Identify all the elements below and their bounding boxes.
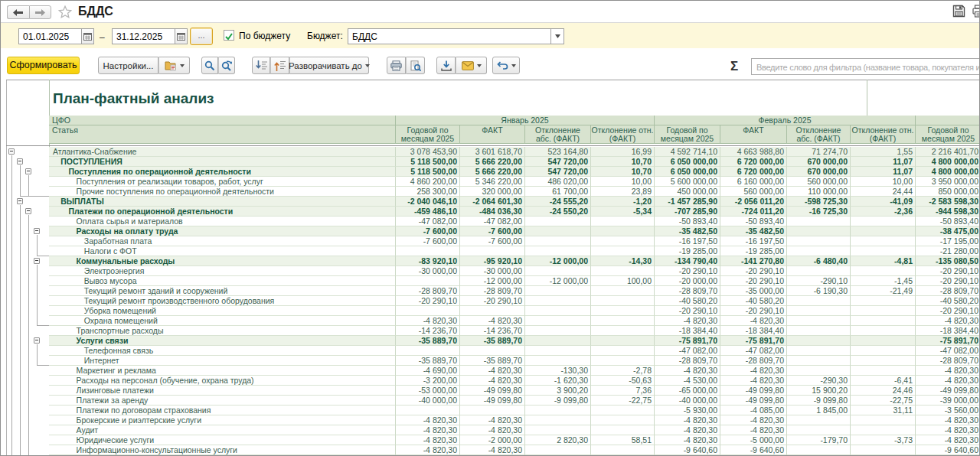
row-label: Аудит xyxy=(49,425,396,435)
by-budget-checkbox[interactable] xyxy=(224,30,234,41)
row-value: -20 290,10 xyxy=(655,266,720,276)
tree-collapse-button[interactable] xyxy=(34,258,40,264)
table-row[interactable]: Поступления от реализации товаров, работ… xyxy=(49,177,980,187)
tree-collapse-button[interactable] xyxy=(34,228,40,234)
row-value: -4 820,30 xyxy=(460,445,525,455)
row-value: -49 099,80 xyxy=(460,386,525,396)
row-value: -9 099,80 xyxy=(525,396,591,406)
row-value xyxy=(525,346,591,356)
report-variants-button[interactable] xyxy=(158,57,190,74)
caret-down-icon xyxy=(180,64,185,67)
expand-groups-button[interactable] xyxy=(270,57,289,74)
table-row[interactable]: Поступления по операционной деятельности… xyxy=(49,167,980,177)
table-row[interactable]: Услуги связи-35 889,70-35 889,70-75 891,… xyxy=(49,336,980,346)
settings-button[interactable]: Настройки... xyxy=(98,57,158,74)
row-value: -4 820,30 xyxy=(460,425,525,435)
table-row[interactable]: Прочие поступления по операционной деяте… xyxy=(49,187,980,197)
row-value: -4 820,30 xyxy=(916,316,980,326)
row-value: -290,10 xyxy=(787,276,851,286)
table-row[interactable]: Информационно-консультационные услуги-4 … xyxy=(49,445,980,455)
table-row[interactable]: Текущий ремонт производственного оборудо… xyxy=(49,296,980,306)
tree-collapse-button[interactable] xyxy=(34,337,40,344)
print-icon[interactable] xyxy=(972,5,980,18)
tree-collapse-button[interactable] xyxy=(25,168,31,174)
table-row[interactable]: Платежи по операционной деятельности-459… xyxy=(49,207,980,217)
back-button[interactable] xyxy=(7,5,29,19)
generate-button[interactable]: Сформировать xyxy=(7,57,80,74)
tree-collapse-button[interactable] xyxy=(25,208,31,214)
search-next-button[interactable] xyxy=(218,57,235,74)
row-value xyxy=(525,306,591,316)
date-from-value[interactable]: 01.01.2025 xyxy=(19,29,81,44)
table-row[interactable]: Юридические услуги-4 820,30-2 000,002 82… xyxy=(49,435,980,445)
row-value: 7,36 xyxy=(591,386,655,396)
row-value xyxy=(525,445,591,455)
save-icon[interactable] xyxy=(952,5,965,18)
filter-input[interactable]: Введите слово для фильтра (название това… xyxy=(751,58,980,75)
table-row[interactable]: Охрана помещений-4 820,30-4 820,30-4 820… xyxy=(49,316,980,326)
forward-button[interactable] xyxy=(29,5,52,19)
row-value: -4 820,30 xyxy=(720,376,787,386)
table-row[interactable]: ПОСТУПЛЕНИЯ5 118 500,005 666 220,00547 7… xyxy=(49,157,980,167)
budget-value[interactable]: БДДС xyxy=(348,29,550,44)
table-row[interactable]: Оплата сырья и материалов-47 082,00-47 0… xyxy=(49,217,980,226)
date-to-calendar-button[interactable] xyxy=(175,29,187,44)
table-row[interactable]: Текущий ремонт зданий и сооружений-28 80… xyxy=(49,286,980,296)
table-row[interactable]: Интернет-35 889,70-35 889,70-28 809,70-2… xyxy=(49,356,980,366)
table-row[interactable]: Лизинговые платежи-53 000,00-49 099,803 … xyxy=(49,386,980,396)
print-button[interactable] xyxy=(387,57,406,74)
row-value: 670 000,00 xyxy=(787,167,851,177)
row-value: -19 285,00 xyxy=(720,246,787,256)
table-row[interactable]: Атлантика-Снабжение3 078 453,903 601 618… xyxy=(49,147,980,157)
by-budget-label[interactable]: По бюджету xyxy=(239,31,290,41)
table-row[interactable]: Расходы на оплату труда-7 600,00-7 600,0… xyxy=(49,226,980,236)
table-row[interactable]: ВЫПЛАТЫ-2 040 046,10-2 064 601,30-24 555… xyxy=(49,197,980,207)
table-row[interactable]: Вывоз мусора-12 000,00-12 000,00100,00-2… xyxy=(49,276,980,286)
row-value: -4 820,30 xyxy=(655,415,720,425)
row-value xyxy=(591,306,655,316)
row-value xyxy=(591,356,655,366)
row-value: -12 000,00 xyxy=(460,276,525,286)
send-mail-button[interactable] xyxy=(456,57,487,74)
table-row[interactable]: Коммунальные расходы-83 920,10-95 920,10… xyxy=(49,256,980,266)
tree-collapse-button[interactable] xyxy=(17,158,23,164)
row-value: 24,44 xyxy=(851,187,916,197)
table-row[interactable]: Расходы на персонал (обучение, охрана тр… xyxy=(49,376,980,386)
table-row[interactable]: Платежи по договорам страхования-5 930,0… xyxy=(49,406,980,415)
row-value: -7 600,00 xyxy=(396,226,460,236)
row-value: 523 164,80 xyxy=(525,147,591,157)
table-row[interactable]: Заработная плата-7 600,00-7 600,00-16 19… xyxy=(49,236,980,246)
save-result-button[interactable] xyxy=(436,57,456,74)
row-value: -12 000,00 xyxy=(525,276,591,286)
printer-icon xyxy=(390,60,402,71)
row-value: -2 056 011,20 xyxy=(720,197,787,207)
table-row[interactable]: Маркетинг и реклама-4 690,00-4 820,30-13… xyxy=(49,366,980,376)
table-row[interactable]: Аудит-4 820,30-4 820,30-4 820,30-4 820,3… xyxy=(49,425,980,435)
tree-collapse-button[interactable] xyxy=(8,148,15,155)
table-row[interactable]: Телефонная связь-47 082,00-47 082,00-47 … xyxy=(49,346,980,356)
search-button[interactable] xyxy=(201,57,218,74)
date-from-calendar-button[interactable] xyxy=(81,29,93,44)
table-row[interactable]: Электроэнергия-30 000,00-30 000,00-20 29… xyxy=(49,266,980,276)
table-row[interactable]: Уборка помещений-20 290,10-20 290,10-20 … xyxy=(49,306,980,316)
tree-collapse-button[interactable] xyxy=(17,198,23,204)
date-to-field[interactable]: 31.12.2025 xyxy=(112,28,188,44)
expand-to-button[interactable]: Разворачивать до xyxy=(289,57,369,74)
date-to-value[interactable]: 31.12.2025 xyxy=(113,29,175,44)
row-value: 100,00 xyxy=(591,276,655,286)
table-row[interactable]: Налоги с ФОТ-19 285,00-19 285,00-21 280,… xyxy=(49,246,980,256)
print-preview-button[interactable] xyxy=(406,57,425,74)
date-from-field[interactable]: 01.01.2025 xyxy=(18,28,94,44)
budget-field[interactable]: БДДС xyxy=(348,28,564,44)
collapse-groups-button[interactable] xyxy=(252,57,270,74)
row-label: Прочие поступления по операционной деяте… xyxy=(49,187,396,197)
row-value: 6 160 000,00 xyxy=(720,177,787,187)
period-more-button[interactable]: ... xyxy=(190,28,213,45)
favorite-star-icon[interactable] xyxy=(58,5,72,18)
history-button[interactable] xyxy=(492,57,520,74)
table-row[interactable]: Брокерские и риэлтерские услуги-4 820,30… xyxy=(49,415,980,425)
table-row[interactable]: Платежи за аренду-40 000,00-49 099,80-9 … xyxy=(49,396,980,406)
row-value: 850 000,00 xyxy=(916,187,980,197)
table-row[interactable]: Транспортные расходы-14 236,70-14 236,70… xyxy=(49,326,980,336)
budget-dropdown-button[interactable] xyxy=(550,29,564,44)
